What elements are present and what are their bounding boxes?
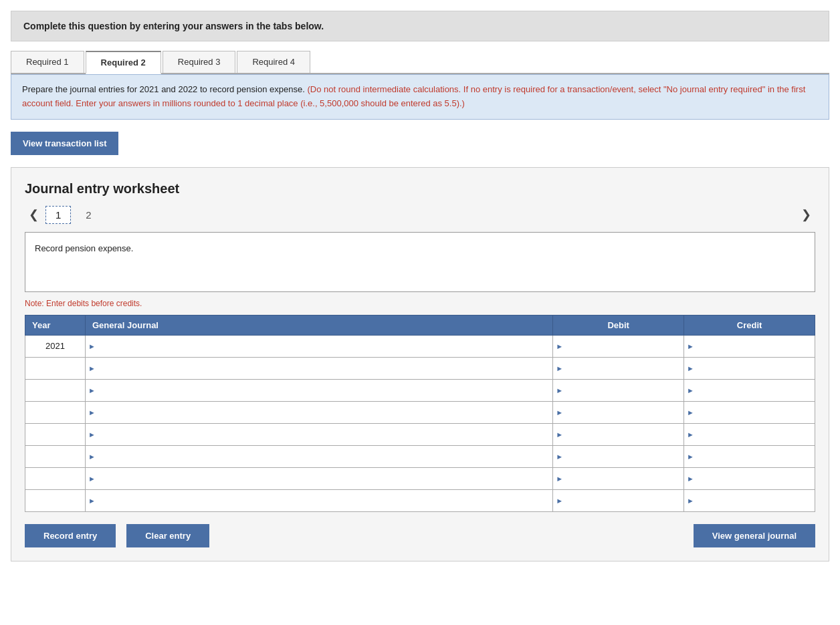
page-navigation: ❮ 1 2 ❯ bbox=[25, 206, 815, 224]
prev-page-arrow[interactable]: ❮ bbox=[25, 207, 43, 222]
view-general-journal-button[interactable]: View general journal bbox=[694, 524, 815, 547]
cell-arrow-icon: ► bbox=[553, 430, 566, 439]
journal-input[interactable] bbox=[98, 446, 552, 467]
cell-arrow-icon: ► bbox=[684, 475, 697, 483]
tab-required-2[interactable]: Required 2 bbox=[86, 51, 161, 74]
debit-input[interactable] bbox=[566, 380, 684, 401]
instruction-text: Complete this question by entering your … bbox=[23, 21, 324, 31]
worksheet-container: Journal entry worksheet ❮ 1 2 ❯ Record p… bbox=[11, 167, 829, 561]
action-buttons-row: Record entry Clear entry View general jo… bbox=[25, 524, 815, 547]
debit-cell: ► bbox=[553, 401, 684, 423]
credit-input[interactable] bbox=[697, 446, 815, 467]
cell-arrow-icon: ► bbox=[553, 475, 566, 483]
credit-input[interactable] bbox=[697, 402, 815, 423]
debit-input[interactable] bbox=[566, 490, 684, 511]
view-transaction-list-button[interactable]: View transaction list bbox=[11, 132, 118, 155]
general-journal-cell: ► bbox=[86, 423, 553, 445]
col-header-credit: Credit bbox=[684, 315, 815, 335]
general-journal-cell: ► bbox=[86, 489, 553, 511]
col-header-year: Year bbox=[25, 315, 86, 335]
debit-input[interactable] bbox=[566, 358, 684, 379]
tabs-row: Required 1 Required 2 Required 3 Require… bbox=[11, 51, 829, 74]
table-row: ► ► ► bbox=[25, 401, 815, 423]
cell-arrow-icon: ► bbox=[86, 430, 98, 439]
debit-input[interactable] bbox=[566, 446, 684, 467]
journal-input[interactable] bbox=[98, 380, 552, 401]
journal-input[interactable] bbox=[98, 336, 552, 357]
debit-input[interactable] bbox=[566, 424, 684, 445]
cell-arrow-icon: ► bbox=[684, 453, 697, 461]
journal-table: Year General Journal Debit Credit 2021 ► bbox=[25, 315, 815, 512]
cell-arrow-icon: ► bbox=[684, 497, 697, 505]
cell-arrow-icon: ► bbox=[86, 364, 98, 372]
credit-input[interactable] bbox=[697, 358, 815, 379]
credit-input[interactable] bbox=[697, 336, 815, 357]
year-cell bbox=[25, 445, 86, 467]
debit-cell: ► bbox=[553, 335, 684, 357]
cell-arrow-icon: ► bbox=[86, 453, 98, 461]
table-row: ► ► ► bbox=[25, 445, 815, 467]
instruction-main-text: Prepare the journal entries for 2021 and… bbox=[22, 84, 305, 94]
debit-cell: ► bbox=[553, 357, 684, 379]
journal-input[interactable] bbox=[98, 358, 552, 379]
general-journal-cell: ► bbox=[86, 401, 553, 423]
general-journal-cell: ► bbox=[86, 445, 553, 467]
record-entry-button[interactable]: Record entry bbox=[25, 524, 116, 547]
debit-cell: ► bbox=[553, 445, 684, 467]
year-cell-2021: 2021 bbox=[25, 335, 86, 357]
cell-arrow-icon: ► bbox=[86, 386, 98, 394]
page-2-button[interactable]: 2 bbox=[76, 207, 100, 223]
col-header-debit: Debit bbox=[553, 315, 684, 335]
credit-cell: ► bbox=[684, 467, 815, 489]
instruction-banner: Complete this question by entering your … bbox=[11, 11, 829, 41]
credit-cell: ► bbox=[684, 379, 815, 401]
cell-arrow-icon: ► bbox=[684, 430, 697, 439]
journal-input[interactable] bbox=[98, 490, 552, 511]
debit-input[interactable] bbox=[566, 468, 684, 489]
cell-arrow-icon: ► bbox=[86, 497, 98, 505]
cell-arrow-icon: ► bbox=[684, 364, 697, 372]
cell-arrow-icon: ► bbox=[86, 342, 98, 350]
entry-description-box: Record pension expense. bbox=[25, 232, 815, 292]
debit-input[interactable] bbox=[566, 402, 684, 423]
journal-input[interactable] bbox=[98, 424, 552, 445]
credit-input[interactable] bbox=[697, 468, 815, 489]
tab-required-4[interactable]: Required 4 bbox=[237, 51, 310, 73]
credit-cell: ► bbox=[684, 357, 815, 379]
cell-arrow-icon: ► bbox=[684, 408, 697, 416]
cell-arrow-icon: ► bbox=[86, 475, 98, 483]
table-row: ► ► ► bbox=[25, 467, 815, 489]
debit-input[interactable] bbox=[566, 336, 684, 357]
credit-cell: ► bbox=[684, 489, 815, 511]
credit-cell: ► bbox=[684, 423, 815, 445]
clear-entry-button[interactable]: Clear entry bbox=[126, 524, 209, 547]
credit-cell: ► bbox=[684, 401, 815, 423]
cell-arrow-icon: ► bbox=[86, 408, 98, 416]
page-1-button[interactable]: 1 bbox=[45, 206, 71, 224]
journal-input[interactable] bbox=[98, 402, 552, 423]
credit-input[interactable] bbox=[697, 424, 815, 445]
next-page-arrow[interactable]: ❯ bbox=[797, 207, 815, 222]
col-header-general-journal: General Journal bbox=[86, 315, 553, 335]
table-row: 2021 ► ► bbox=[25, 335, 815, 357]
debit-cell: ► bbox=[553, 379, 684, 401]
table-row: ► ► ► bbox=[25, 423, 815, 445]
year-cell bbox=[25, 379, 86, 401]
general-journal-cell: ► bbox=[86, 335, 553, 357]
cell-arrow-icon: ► bbox=[553, 497, 566, 505]
table-row: ► ► ► bbox=[25, 489, 815, 511]
debit-cell: ► bbox=[553, 467, 684, 489]
worksheet-title: Journal entry worksheet bbox=[25, 181, 815, 197]
year-cell bbox=[25, 423, 86, 445]
journal-input[interactable] bbox=[98, 468, 552, 489]
tab-required-3[interactable]: Required 3 bbox=[163, 51, 236, 73]
general-journal-cell: ► bbox=[86, 467, 553, 489]
debit-credit-note: Note: Enter debits before credits. bbox=[25, 299, 815, 308]
cell-arrow-icon: ► bbox=[684, 386, 697, 394]
credit-input[interactable] bbox=[697, 380, 815, 401]
year-cell bbox=[25, 489, 86, 511]
year-cell bbox=[25, 467, 86, 489]
cell-arrow-icon: ► bbox=[553, 453, 566, 461]
tab-required-1[interactable]: Required 1 bbox=[11, 51, 84, 73]
credit-input[interactable] bbox=[697, 490, 815, 511]
